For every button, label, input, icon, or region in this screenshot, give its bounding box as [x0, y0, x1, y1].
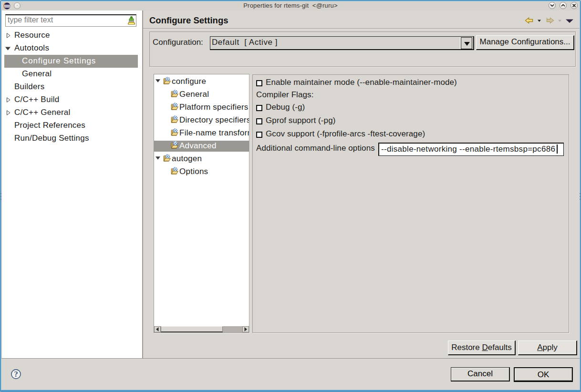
svg-text:?: ?	[14, 370, 18, 379]
